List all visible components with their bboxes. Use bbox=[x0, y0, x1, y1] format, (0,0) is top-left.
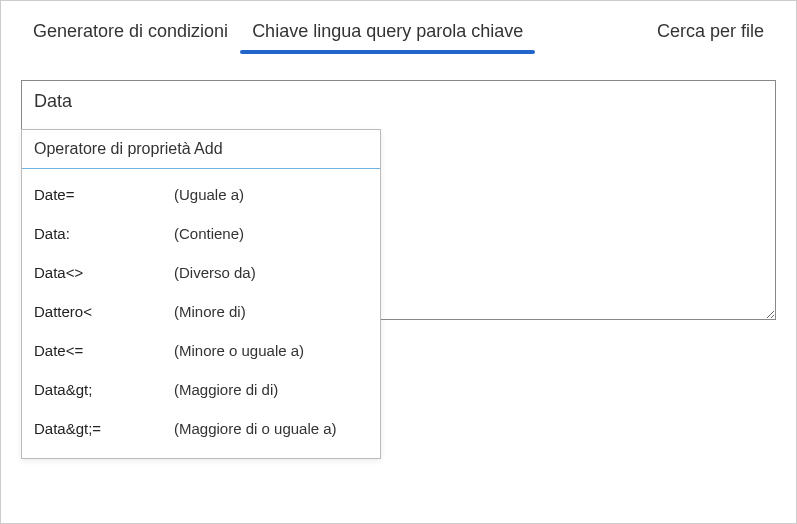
operator-name: Data<> bbox=[34, 264, 174, 281]
operator-name: Data&gt; bbox=[34, 381, 174, 398]
tabs-bar: Generatore di condizioni Chiave lingua q… bbox=[1, 1, 796, 52]
operator-desc: (Minore o uguale a) bbox=[174, 342, 304, 359]
dropdown-header: Operatore di proprietà Add bbox=[22, 130, 380, 169]
query-value: Data bbox=[34, 91, 72, 111]
dropdown-list: Date= (Uguale a) Data: (Contiene) Data<>… bbox=[22, 169, 380, 458]
operator-name: Dattero< bbox=[34, 303, 174, 320]
dropdown-item-less-than[interactable]: Dattero< (Minore di) bbox=[22, 292, 380, 331]
operator-name: Data&gt;= bbox=[34, 420, 174, 437]
dropdown-item-contains[interactable]: Data: (Contiene) bbox=[22, 214, 380, 253]
operator-desc: (Diverso da) bbox=[174, 264, 256, 281]
dropdown-item-less-equal[interactable]: Date<= (Minore o uguale a) bbox=[22, 331, 380, 370]
operator-name: Date<= bbox=[34, 342, 174, 359]
operator-desc: (Minore di) bbox=[174, 303, 246, 320]
dropdown-item-equals[interactable]: Date= (Uguale a) bbox=[22, 175, 380, 214]
tab-keyword-query-language[interactable]: Chiave lingua query parola chiave bbox=[240, 13, 535, 52]
operator-desc: (Maggiore di o uguale a) bbox=[174, 420, 337, 437]
dropdown-item-greater-than[interactable]: Data&gt; (Maggiore di di) bbox=[22, 370, 380, 409]
property-operator-dropdown: Operatore di proprietà Add Date= (Uguale… bbox=[21, 129, 381, 459]
tab-condition-generator[interactable]: Generatore di condizioni bbox=[21, 13, 240, 52]
tab-search-by-file[interactable]: Cerca per file bbox=[645, 13, 776, 52]
dropdown-item-not-equals[interactable]: Data<> (Diverso da) bbox=[22, 253, 380, 292]
dropdown-item-greater-equal[interactable]: Data&gt;= (Maggiore di o uguale a) bbox=[22, 409, 380, 448]
operator-desc: (Contiene) bbox=[174, 225, 244, 242]
operator-desc: (Maggiore di di) bbox=[174, 381, 278, 398]
operator-name: Data: bbox=[34, 225, 174, 242]
operator-name: Date= bbox=[34, 186, 174, 203]
operator-desc: (Uguale a) bbox=[174, 186, 244, 203]
